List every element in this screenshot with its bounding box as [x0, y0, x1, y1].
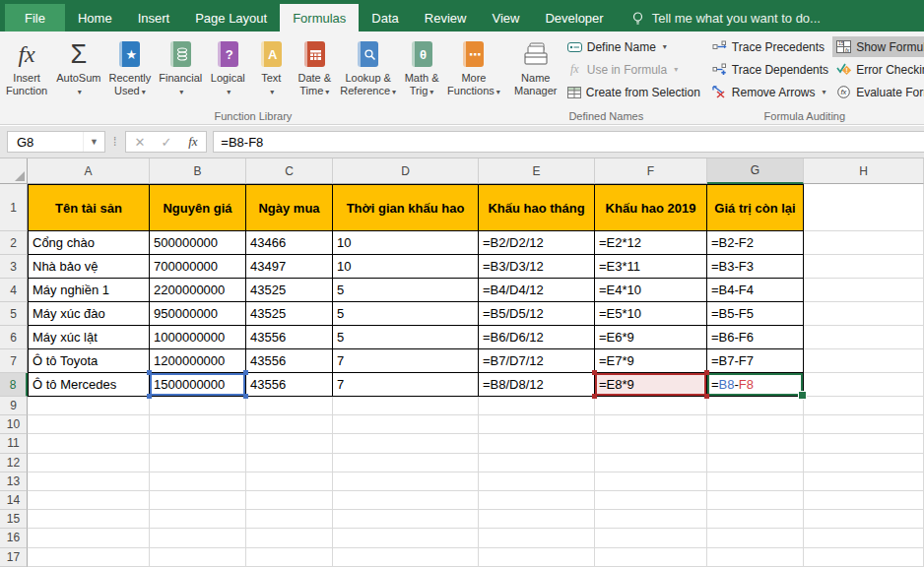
cell-G16[interactable]	[707, 529, 804, 547]
cell-B11[interactable]	[150, 434, 246, 453]
cell-A6[interactable]: Máy xúc lật	[28, 326, 150, 349]
cell-D14[interactable]	[333, 491, 479, 510]
cell-A13[interactable]	[28, 472, 150, 491]
cell-C8[interactable]: 43556	[246, 373, 333, 397]
lookup-reference-button[interactable]: Lookup &Reference▾	[336, 33, 400, 106]
cell-E6[interactable]: =B6/D6/12	[479, 326, 595, 349]
trace-precedents-button[interactable]: Trace Precedents	[708, 36, 832, 57]
cell-B5[interactable]: 950000000	[150, 302, 246, 326]
cell-F16[interactable]	[595, 529, 707, 547]
cell-F7[interactable]: =E7*9	[595, 349, 707, 373]
cell-B1[interactable]: Nguyên giá	[150, 184, 246, 231]
column-header-B[interactable]: B	[150, 158, 246, 184]
cell-E9[interactable]	[479, 397, 595, 415]
cell-H17[interactable]	[804, 548, 924, 567]
cell-H9[interactable]	[804, 397, 924, 415]
cell-F5[interactable]: =E5*10	[595, 302, 707, 326]
row-header-9[interactable]: 9	[0, 397, 28, 415]
cell-G15[interactable]	[707, 510, 804, 529]
cell-C11[interactable]	[246, 434, 333, 453]
evaluate-formula-button[interactable]: fx Evaluate Formula	[832, 82, 924, 102]
cancel-button[interactable]: ✕	[126, 135, 153, 150]
cell-B14[interactable]	[150, 491, 246, 510]
row-header-16[interactable]: 16	[0, 529, 28, 547]
insert-function-button[interactable]: fx InsertFunction	[2, 33, 51, 106]
cell-A9[interactable]	[28, 397, 150, 415]
cell-A4[interactable]: Máy nghiền 1	[28, 279, 150, 302]
column-header-D[interactable]: D	[333, 158, 479, 184]
cell-H15[interactable]	[804, 510, 924, 529]
cell-D8[interactable]: 7	[333, 373, 479, 397]
cell-G10[interactable]	[707, 415, 804, 434]
row-header-8[interactable]: 8	[0, 373, 28, 397]
cell-G14[interactable]	[707, 491, 804, 510]
cell-G17[interactable]	[707, 548, 804, 567]
cell-H12[interactable]	[804, 454, 924, 472]
cell-G8[interactable]: =B8-F8	[707, 373, 804, 397]
cell-F11[interactable]	[595, 434, 707, 453]
cell-H11[interactable]	[804, 434, 924, 453]
recently-used-button[interactable]: ★ RecentlyUsed▾	[104, 33, 155, 106]
tab-insert[interactable]: Insert	[125, 4, 183, 32]
cell-B4[interactable]: 2200000000	[150, 279, 246, 302]
cell-E8[interactable]: =B8/D8/12	[479, 373, 595, 397]
enter-button[interactable]: ✓	[153, 135, 179, 150]
cell-B2[interactable]: 500000000	[150, 231, 246, 255]
cell-H8[interactable]	[804, 373, 924, 397]
row-header-15[interactable]: 15	[0, 510, 28, 529]
cell-A15[interactable]	[28, 510, 150, 529]
cell-E17[interactable]	[479, 548, 595, 567]
cell-B13[interactable]	[150, 472, 246, 491]
cell-C9[interactable]	[246, 397, 333, 415]
column-header-H[interactable]: H	[804, 158, 924, 184]
cell-B6[interactable]: 1000000000	[150, 326, 246, 349]
cell-F10[interactable]	[595, 415, 707, 434]
cell-D16[interactable]	[333, 529, 479, 547]
cell-C5[interactable]: 43525	[246, 302, 333, 326]
cell-H4[interactable]	[804, 279, 924, 302]
tab-developer[interactable]: Developer	[532, 4, 616, 32]
cell-H1[interactable]	[804, 184, 924, 231]
insert-function-fx-button[interactable]: fx	[179, 134, 206, 150]
row-header-11[interactable]: 11	[0, 434, 28, 453]
formula-input[interactable]: =B8-F8	[213, 131, 924, 153]
row-header-1[interactable]: 1	[0, 184, 28, 231]
cell-B7[interactable]: 1200000000	[150, 349, 246, 373]
use-in-formula-button[interactable]: fx Use in Formula▾	[563, 59, 704, 80]
cell-A17[interactable]	[28, 548, 150, 567]
tab-home[interactable]: Home	[65, 4, 125, 32]
cell-F3[interactable]: =E3*11	[595, 255, 707, 279]
date-time-button[interactable]: Date &Time▾	[293, 33, 336, 106]
cell-B9[interactable]	[150, 397, 246, 415]
cell-A5[interactable]: Máy xúc đào	[28, 302, 150, 326]
cell-A8[interactable]: Ô tô Mercedes	[28, 373, 150, 397]
cell-C6[interactable]: 43556	[246, 326, 333, 349]
cell-F2[interactable]: =E2*12	[595, 231, 707, 255]
more-functions-button[interactable]: ⋯ MoreFunctions▾	[443, 33, 504, 106]
fill-handle[interactable]	[798, 391, 807, 400]
cell-F12[interactable]	[595, 454, 707, 472]
cell-F4[interactable]: =E4*10	[595, 279, 707, 302]
cell-D15[interactable]	[333, 510, 479, 529]
cell-B12[interactable]	[150, 454, 246, 472]
tab-file[interactable]: File	[5, 4, 65, 32]
cell-D10[interactable]	[333, 415, 479, 434]
cell-B15[interactable]	[150, 510, 246, 529]
cell-D5[interactable]: 5	[333, 302, 479, 326]
cell-E13[interactable]	[479, 472, 595, 491]
cell-H3[interactable]	[804, 255, 924, 279]
cell-G2[interactable]: =B2-F2	[707, 231, 804, 255]
cell-D13[interactable]	[333, 472, 479, 491]
cell-C3[interactable]: 43497	[246, 255, 333, 279]
cell-A12[interactable]	[28, 454, 150, 472]
cell-E11[interactable]	[479, 434, 595, 453]
name-box[interactable]: G8 ▼	[7, 131, 105, 153]
define-name-button[interactable]: Define Name▾	[563, 36, 704, 57]
create-from-selection-button[interactable]: Create from Selection	[563, 82, 704, 102]
cell-C10[interactable]	[246, 415, 333, 434]
cell-G1[interactable]: Giá trị còn lại	[707, 184, 804, 231]
logical-button[interactable]: ? Logical▾	[206, 33, 249, 106]
cell-E10[interactable]	[479, 415, 595, 434]
cell-G4[interactable]: =B4-F4	[707, 279, 804, 302]
cell-E14[interactable]	[479, 491, 595, 510]
